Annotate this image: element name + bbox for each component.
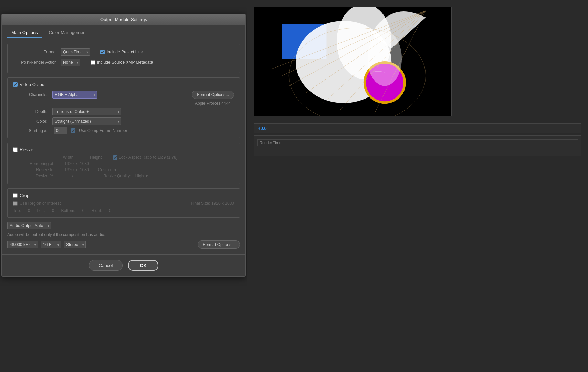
- sample-rate-wrapper: 48.000 kHz: [7, 241, 38, 248]
- color-select-wrapper: Straight (Unmatted): [52, 117, 121, 125]
- svg-point-14: [368, 31, 402, 86]
- use-roi-checkbox[interactable]: [13, 201, 18, 206]
- bit-depth-select[interactable]: 16 Bit: [41, 241, 61, 248]
- resize-to-row: Resize to: 1920 x 1080 Custom ▾: [27, 167, 234, 172]
- cancel-button[interactable]: Cancel: [89, 260, 123, 271]
- preview-canvas: [254, 7, 451, 116]
- channels-row: Channels: RGB + Alpha Format Options...: [13, 91, 234, 99]
- audio-note: Audio will be output only if the composi…: [7, 232, 240, 237]
- color-row: Color: Straight (Unmatted): [13, 117, 234, 125]
- rendering-at-row: Rendering at: 1920 x 1080: [27, 161, 234, 166]
- crop-values-row: Top: 0 Left: 0 Bottom: 0 Right: 0: [13, 208, 234, 213]
- lock-aspect-label: Lock Aspect Ratio to 16:9 (1.78): [119, 155, 178, 160]
- left-value: 0: [52, 208, 54, 213]
- codec-info: Apple ProRes 4444: [13, 101, 234, 106]
- width-col-label: Width: [54, 155, 82, 160]
- channels-audio-wrapper: Stereo: [64, 241, 86, 248]
- post-render-row: Post-Render Action: None Include Source …: [13, 59, 234, 66]
- right-value: 0: [109, 208, 112, 213]
- rendering-width: 1920: [56, 161, 74, 166]
- resize-custom: Custom: [98, 167, 112, 172]
- crop-checkbox[interactable]: [13, 193, 18, 198]
- output-module-settings-dialog: Output Module Settings Main Options Colo…: [1, 14, 246, 277]
- depth-row: Depth: Trillions of Colors+: [13, 108, 234, 115]
- resize-inner: Width Height Lock Aspect Ratio to 16:9 (…: [13, 155, 234, 178]
- channels-select[interactable]: RGB + Alpha: [52, 91, 97, 99]
- starting-label: Starting #:: [13, 128, 48, 133]
- preview-area: [254, 7, 452, 116]
- dialog-title: Output Module Settings: [100, 17, 147, 22]
- bit-depth-wrapper: 16 Bit: [41, 241, 61, 248]
- tab-main-options[interactable]: Main Options: [7, 28, 42, 38]
- video-output-checkbox[interactable]: [13, 82, 18, 87]
- top-label: Top:: [13, 208, 21, 213]
- crop-info-row: Use Region of Interest Final Size: 1920 …: [13, 201, 234, 206]
- render-panel: Render Time -: [254, 135, 581, 156]
- resize-pct-row: Resize %: x Resize Quality: High ▾: [27, 174, 234, 178]
- include-source-xmp-checkbox[interactable]: [91, 60, 95, 65]
- bottom-value: 0: [82, 208, 85, 213]
- resize-col-headers: Width Height Lock Aspect Ratio to 16:9 (…: [54, 155, 234, 160]
- video-output-header: Video Output: [13, 82, 234, 87]
- tab-bar: Main Options Color Management: [2, 25, 245, 38]
- post-render-select-wrapper: None: [61, 59, 80, 66]
- use-comp-frame-checkbox[interactable]: [71, 128, 75, 133]
- dialog-body: Format: QuickTime Include Project Link P…: [2, 38, 245, 254]
- sample-rate-select[interactable]: 48.000 kHz: [7, 241, 38, 248]
- render-time-value-col: -: [418, 139, 578, 146]
- post-render-label: Post-Render Action:: [13, 60, 58, 65]
- render-time-row: Render Time -: [254, 138, 581, 147]
- rendering-x: x: [76, 161, 78, 166]
- channels-audio-select[interactable]: Stereo: [64, 241, 86, 248]
- dialog-footer: Cancel OK: [2, 254, 245, 276]
- format-label: Format:: [13, 50, 58, 54]
- color-select[interactable]: Straight (Unmatted): [52, 117, 121, 125]
- video-output-label: Video Output: [20, 82, 46, 87]
- lock-aspect-checkbox[interactable]: [113, 155, 117, 160]
- audio-format-options-button[interactable]: Format Options...: [198, 240, 240, 249]
- audio-output-select-wrapper: Audio Output Auto: [7, 222, 51, 229]
- channels-select-wrapper: RGB + Alpha: [52, 91, 97, 99]
- ok-button[interactable]: OK: [128, 260, 158, 271]
- channels-left: Channels: RGB + Alpha: [13, 91, 97, 99]
- audio-section: Audio Output Auto Audio will be output o…: [7, 222, 240, 249]
- left-label: Left:: [37, 208, 45, 213]
- tab-color-management[interactable]: Color Management: [45, 28, 91, 38]
- top-value: 0: [28, 208, 30, 213]
- crop-section: Crop Use Region of Interest Final Size: …: [7, 188, 240, 218]
- include-source-xmp-label: Include Source XMP Metadata: [97, 60, 153, 65]
- render-time-col: Render Time: [257, 139, 418, 146]
- channels-label: Channels:: [13, 92, 48, 97]
- resize-checkbox[interactable]: [13, 147, 18, 152]
- resize-header: Resize: [13, 147, 234, 152]
- format-select[interactable]: QuickTime: [61, 48, 90, 56]
- resize-label: Resize: [20, 147, 33, 152]
- audio-output-row: Audio Output Auto: [7, 222, 240, 229]
- resize-to-label: Resize to:: [27, 167, 54, 172]
- resize-to-height: 1080: [80, 167, 89, 172]
- crop-roi-wrapper: Use Region of Interest: [13, 201, 61, 206]
- render-time-label: Render Time: [260, 141, 281, 145]
- height-col-label: Height: [82, 155, 109, 160]
- render-panel-label: [254, 136, 581, 138]
- depth-select-wrapper: Trillions of Colors+: [52, 108, 121, 115]
- right-panel: +0.0 Render Time -: [247, 0, 588, 372]
- render-time-value: -: [420, 141, 421, 145]
- include-project-link-checkbox[interactable]: [100, 50, 105, 54]
- starting-input[interactable]: [54, 127, 67, 134]
- resize-quality-label: Resize Quality:: [103, 174, 131, 178]
- time-display: +0.0: [258, 126, 267, 131]
- starting-row: Starting #: Use Comp Frame Number: [13, 127, 234, 134]
- depth-select[interactable]: Trillions of Colors+: [52, 108, 121, 115]
- crop-label: Crop: [20, 193, 29, 198]
- audio-settings-row: 48.000 kHz 16 Bit Stereo Form: [7, 240, 240, 249]
- format-row: Format: QuickTime Include Project Link: [13, 48, 234, 56]
- audio-output-select[interactable]: Audio Output Auto: [7, 222, 51, 229]
- color-label: Color:: [13, 119, 48, 124]
- format-options-button[interactable]: Format Options...: [192, 91, 234, 99]
- dialog-title-bar: Output Module Settings: [2, 14, 245, 25]
- post-render-select[interactable]: None: [61, 59, 80, 66]
- include-project-link-label: Include Project Link: [107, 50, 143, 54]
- final-size: Final Size: 1920 x 1080: [191, 201, 234, 206]
- crop-header: Crop: [13, 193, 234, 198]
